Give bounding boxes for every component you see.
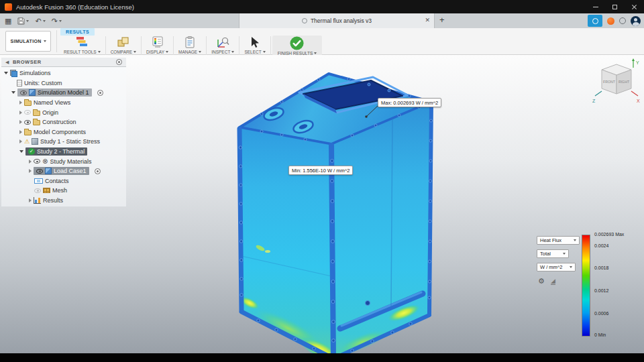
legend-tick: 0.0024 [594,243,608,248]
close-tab-icon[interactable]: ✕ [425,16,430,25]
legend-settings-icon[interactable]: ⚙ [538,277,545,285]
min-flux-annotation[interactable]: Min: 1.556E-10 W / mm^2 [288,166,353,175]
visibility-eye-icon[interactable] [36,169,43,174]
tree-item-origin[interactable]: Origin [1,107,126,117]
ribbon-toolbar: SIMULATION RESULTS RESULT TOOLS COMPARE … [0,28,644,55]
help-icon[interactable] [619,17,626,24]
dropdown-caret-icon [231,51,234,53]
group-manage[interactable]: MANAGE [175,36,205,56]
max-probe-point [365,115,368,118]
undo-icon: ↶ [35,17,41,25]
tree-item-load-case1[interactable]: Load Case1 [1,166,126,176]
dropdown-caret-icon [98,51,101,53]
inspect-icon [216,36,229,49]
tree-item-simulations[interactable]: Simulations [1,68,126,78]
expander-icon[interactable] [29,160,32,164]
max-flux-annotation[interactable]: Max: 0.002693 W / mm^2 [378,98,441,107]
expander-icon[interactable] [19,150,23,153]
legend-tick: 0.0018 [594,265,608,270]
expander-icon[interactable] [19,139,22,143]
save-button[interactable] [17,17,29,25]
expander-icon[interactable] [19,111,22,115]
unit-dropdown[interactable]: W / mm^2 [537,263,576,272]
visibility-eye-icon[interactable] [34,188,41,193]
maximize-button[interactable] [605,0,625,13]
collapse-browser-icon[interactable]: ◀ [5,60,9,65]
job-status-button[interactable] [588,15,602,27]
result-tools-icon [75,36,89,49]
tree-item-study-materials[interactable]: ⊗ Study Materials [1,156,126,166]
tree-item-study-1[interactable]: ⚠ Study 1 - Static Stress [1,137,126,147]
save-icon [17,17,25,25]
expander-icon[interactable] [4,72,8,74]
activate-model-radio[interactable] [97,90,103,96]
expander-icon[interactable] [29,169,32,173]
3d-viewport[interactable]: ◀ BROWSER Simulations Units: Custom [0,55,644,353]
expander-icon[interactable] [29,198,32,202]
dropdown-caret-icon [263,51,266,53]
tree-item-named-views[interactable]: Named Views [1,98,126,108]
group-inspect[interactable]: INSPECT [208,36,237,56]
tree-item-units[interactable]: Units: Custom [1,78,126,88]
minimize-button[interactable] [586,0,605,13]
materials-icon: ⊗ [42,158,48,165]
document-tab[interactable]: Thermal flux analysis v3 ✕ [239,13,435,28]
tree-item-model-components[interactable]: Model Components [1,127,126,137]
group-finish-results[interactable]: FINISH RESULTS [272,36,323,56]
document-tab-bar: ▦ ↶ ↷ Thermal flux analysis v3 ✕ + [0,13,644,28]
dropdown-caret-icon [570,266,572,268]
result-type-dropdown[interactable]: Heat Flux [537,236,580,245]
tree-item-study-2[interactable]: ✓ Study 2 - Thermal [1,147,126,157]
tree-item-mesh[interactable]: Mesh [1,186,126,196]
compare-icon [117,36,130,49]
activate-load-case-radio[interactable] [95,168,101,174]
folder-icon [24,130,32,135]
undo-button[interactable]: ↶ [35,17,45,25]
viewcube-front-label: FRONT [603,80,616,84]
manage-icon [183,36,197,49]
component-dropdown[interactable]: Total [537,249,569,258]
dropdown-caret-icon [133,51,136,53]
document-status-icon [302,18,307,23]
dropdown-caret-icon [563,253,566,255]
tree-item-contacts[interactable]: Contacts [1,176,126,186]
expander-icon[interactable] [19,120,22,124]
notification-icon[interactable] [607,17,614,25]
dropdown-caret-icon [314,52,317,54]
user-avatar[interactable] [631,16,641,26]
viewcube-right-label: RIGHT [619,80,630,84]
legend-panel: Heat Flux Total W / mm^2 ⚙ ◢ [537,236,580,285]
study-icon [32,138,38,145]
visibility-eye-icon[interactable] [24,110,31,115]
close-icon [631,4,637,10]
visibility-eye-icon[interactable] [34,159,40,164]
tree-item-simulation-model-1[interactable]: Simulation Model 1 [1,88,126,98]
axis-x-label: X [637,99,640,103]
workspace-selector[interactable]: SIMULATION [5,31,51,52]
group-display[interactable]: DISPLAY [143,36,172,56]
visibility-eye-icon[interactable] [24,120,31,125]
results-icon [34,197,41,204]
app-menu-icon[interactable]: ▦ [5,17,11,25]
tab-results[interactable]: RESULTS [60,28,95,36]
tree-item-construction[interactable]: Construction [1,117,126,127]
job-status-icon [592,18,598,24]
group-result-tools[interactable]: RESULT TOOLS [60,36,104,56]
document-tab-title: Thermal flux analysis v3 [311,17,372,24]
new-tab-button[interactable]: + [439,15,445,25]
legend-tick-min: 0 Min [594,333,606,337]
view-cube[interactable]: Y FRONT RIGHT X Z [592,58,641,113]
redo-button[interactable]: ↷ [52,17,62,25]
group-compare[interactable]: COMPARE [107,36,140,56]
expander-icon[interactable] [19,101,22,105]
legend-plot-icon[interactable]: ◢ [551,278,555,285]
browser-display-toggle[interactable] [116,59,122,65]
display-icon [151,36,164,49]
visibility-eye-icon[interactable] [20,90,27,95]
tree-item-results[interactable]: Results [1,196,126,206]
expander-icon[interactable] [19,130,22,134]
group-select[interactable]: SELECT [241,36,268,56]
expander-icon[interactable] [11,91,15,94]
close-button[interactable] [625,0,644,13]
timeline-bar [0,353,644,362]
